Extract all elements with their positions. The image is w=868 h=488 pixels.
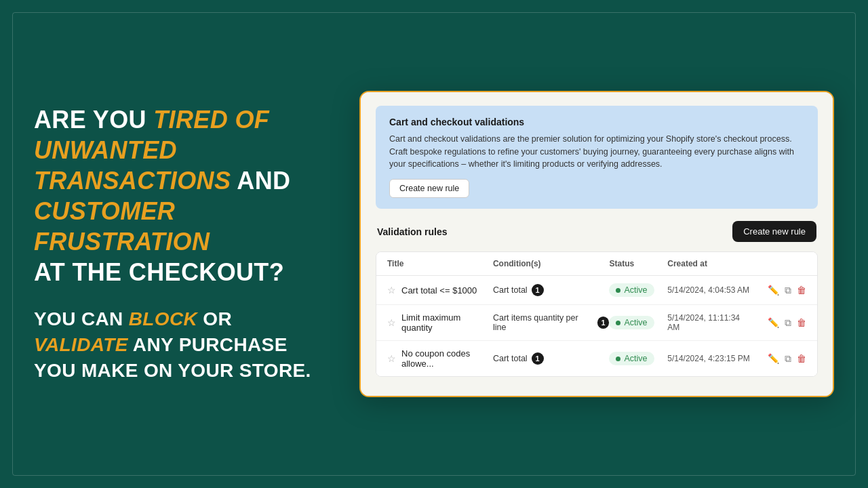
create-rule-small-button[interactable]: Create new rule [389, 179, 469, 198]
actions-cell-3: ✏️ ⧉ 🗑 [752, 353, 806, 365]
status-cell-3: Active [609, 352, 667, 365]
col-actions [752, 259, 806, 268]
subheadline-line2: VALIDATE ANY PURCHASE [34, 332, 326, 358]
table-row: ☆ No coupon codes allowe... Cart total 1… [376, 341, 817, 376]
col-title: Title [387, 259, 493, 268]
date-cell-3: 5/14/2024, 4:23:15 PM [667, 354, 752, 363]
condition-badge-1: 1 [532, 284, 544, 296]
headline-normal-3: AND [231, 167, 290, 195]
status-dot-1 [616, 288, 620, 293]
table-row: ☆ Cart total <= $1000 Cart total 1 Activ… [376, 276, 817, 305]
edit-icon-2[interactable]: ✏️ [768, 317, 779, 328]
row-title-1: ☆ Cart total <= $1000 [387, 285, 493, 296]
right-panel: Cart and checkout validations Cart and c… [359, 91, 834, 397]
condition-text-2: Cart items quantity per line [493, 313, 593, 332]
delete-icon-2[interactable]: 🗑 [797, 317, 806, 328]
status-badge-2: Active [609, 316, 654, 329]
headline-highlight-3: TRANSACTIONS [34, 167, 231, 195]
status-dot-2 [616, 321, 620, 325]
headline-line3: TRANSACTIONS AND [34, 165, 326, 196]
headline-line2: UNWANTED [34, 135, 326, 165]
star-icon-3[interactable]: ☆ [387, 353, 396, 364]
headline-normal-5: AT THE CHECKOUT? [34, 258, 284, 286]
condition-text-1: Cart total [493, 285, 528, 295]
status-badge-1: Active [609, 283, 654, 297]
subheadline: YOU CAN BLOCK OR VALIDATE ANY PURCHASE Y… [34, 306, 326, 383]
row-title-2: ☆ Limit maximum quantity [387, 312, 493, 333]
rule-name-2: Limit maximum quantity [401, 312, 493, 333]
table-header: Title Condition(s) Status Created at [376, 252, 817, 276]
sub-highlight-1: BLOCK [129, 308, 197, 329]
copy-icon-3[interactable]: ⧉ [785, 353, 791, 365]
condition-cell-1: Cart total 1 [493, 284, 610, 296]
info-card-desc: Cart and checkout validations are the pr… [389, 133, 804, 171]
condition-badge-3: 1 [532, 352, 544, 365]
rules-table: Title Condition(s) Status Created at ☆ C… [376, 251, 818, 377]
sub-normal-4: YOU MAKE ON YOUR STORE. [34, 360, 311, 381]
sub-normal-3: ANY PURCHASE [128, 334, 288, 355]
headline-normal-1: ARE YOU [34, 106, 153, 134]
headline-highlight-4: CUSTOMER FRUSTRATION [34, 197, 210, 256]
copy-icon-1[interactable]: ⧉ [785, 285, 791, 296]
status-cell-1: Active [609, 283, 667, 297]
col-status: Status [609, 259, 667, 268]
date-cell-1: 5/14/2024, 4:04:53 AM [667, 285, 752, 295]
status-cell-2: Active [609, 316, 667, 329]
condition-cell-3: Cart total 1 [493, 352, 610, 365]
delete-icon-1[interactable]: 🗑 [797, 285, 806, 296]
condition-badge-2: 1 [597, 317, 610, 329]
edit-icon-1[interactable]: ✏️ [768, 285, 779, 296]
sub-highlight-2: VALIDATE [34, 334, 128, 355]
headline-line5: AT THE CHECKOUT? [34, 257, 326, 287]
sub-normal-2: OR [197, 308, 232, 329]
status-text-3: Active [624, 354, 647, 363]
table-row: ☆ Limit maximum quantity Cart items quan… [376, 305, 817, 341]
col-conditions: Condition(s) [493, 259, 610, 268]
condition-cell-2: Cart items quantity per line 1 [493, 313, 610, 332]
validation-rules-header: Validation rules Create new rule [376, 221, 818, 242]
left-panel: ARE YOU TIRED OF UNWANTED TRANSACTIONS A… [34, 104, 326, 383]
status-dot-3 [616, 357, 620, 361]
subheadline-line1: YOU CAN BLOCK OR [34, 306, 326, 332]
create-new-button[interactable]: Create new rule [732, 221, 816, 242]
subheadline-line3: YOU MAKE ON YOUR STORE. [34, 358, 326, 384]
info-card: Cart and checkout validations Cart and c… [376, 106, 818, 209]
status-badge-3: Active [609, 352, 654, 365]
headline-highlight-1: TIRED OF [153, 106, 269, 134]
status-text-2: Active [624, 318, 647, 327]
info-card-title: Cart and checkout validations [389, 117, 804, 127]
star-icon-2[interactable]: ☆ [387, 317, 396, 328]
delete-icon-3[interactable]: 🗑 [797, 353, 806, 364]
validation-rules-title: Validation rules [377, 226, 447, 237]
status-text-1: Active [624, 285, 647, 295]
panel-inner: Cart and checkout validations Cart and c… [361, 92, 833, 396]
headline-line1: ARE YOU TIRED OF [34, 104, 326, 135]
date-cell-2: 5/14/2024, 11:11:34 AM [667, 313, 752, 332]
condition-text-3: Cart total [493, 354, 528, 363]
star-icon-1[interactable]: ☆ [387, 285, 396, 296]
rule-name-1: Cart total <= $1000 [401, 285, 477, 296]
main-layout: ARE YOU TIRED OF UNWANTED TRANSACTIONS A… [0, 0, 868, 488]
actions-cell-2: ✏️ ⧉ 🗑 [752, 317, 806, 329]
rule-name-3: No coupon codes allowe... [401, 348, 493, 369]
sub-normal-1: YOU CAN [34, 308, 129, 329]
col-created: Created at [667, 259, 752, 268]
headline-line4: CUSTOMER FRUSTRATION [34, 196, 326, 257]
copy-icon-2[interactable]: ⧉ [785, 317, 791, 329]
edit-icon-3[interactable]: ✏️ [768, 353, 779, 364]
headline-highlight-2: UNWANTED [34, 136, 177, 164]
row-title-3: ☆ No coupon codes allowe... [387, 348, 493, 369]
actions-cell-1: ✏️ ⧉ 🗑 [752, 285, 806, 296]
